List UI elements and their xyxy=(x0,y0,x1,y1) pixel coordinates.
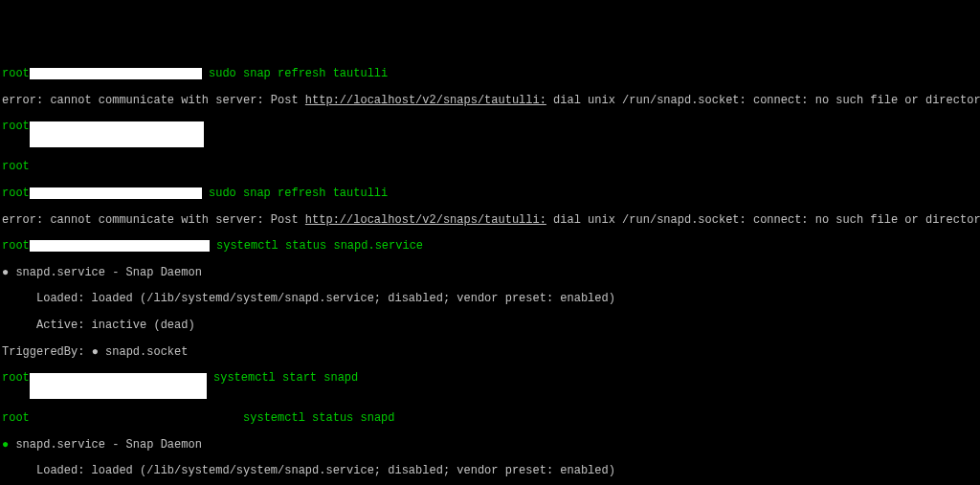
error-text: dial unix /run/snapd.socket: connect: no… xyxy=(546,94,980,107)
command-text: sudo snap refresh tautulli xyxy=(202,187,388,200)
redacted-hostname xyxy=(30,240,210,252)
error-text: error: cannot communicate with server: P… xyxy=(2,213,305,227)
command-text: systemctl start snapd xyxy=(207,371,358,385)
prompt: root xyxy=(2,120,30,133)
prompt: root xyxy=(2,411,30,425)
prompt: root xyxy=(2,371,30,385)
status-dot: ● xyxy=(92,345,99,359)
loaded-line: Loaded: loaded (/lib/systemd/system/snap… xyxy=(2,292,615,305)
service-name: snapd.service - Snap Daemon xyxy=(9,438,202,452)
error-text: error: cannot communicate with server: P… xyxy=(2,94,305,107)
service-name: snapd.service - Snap Daemon xyxy=(9,266,202,279)
error-url: http://localhost/v2/snaps/tautulli: xyxy=(305,213,546,227)
triggeredby-label: TriggeredBy: xyxy=(2,345,92,359)
loaded-line: Loaded: loaded (/lib/systemd/system/snap… xyxy=(2,464,615,477)
command-text: sudo snap refresh tautulli xyxy=(202,67,388,80)
command-text: systemctl status snapd.service xyxy=(210,239,423,253)
prompt: root xyxy=(2,160,30,173)
redacted-hostname xyxy=(30,187,202,199)
prompt: root xyxy=(2,239,30,253)
prompt: root xyxy=(2,187,30,200)
terminal-output: root sudo snap refresh tautulli error: c… xyxy=(2,55,978,485)
error-text: dial unix /run/snapd.socket: connect: no… xyxy=(546,213,980,227)
active-line: Active: inactive (dead) xyxy=(2,319,195,332)
triggeredby-value: snapd.socket xyxy=(99,345,189,359)
redacted-hostname xyxy=(30,121,204,147)
command-text: systemctl status snapd xyxy=(236,411,395,425)
error-url: http://localhost/v2/snaps/tautulli: xyxy=(305,94,546,107)
redacted-hostname xyxy=(30,68,202,79)
redacted-hostname xyxy=(30,373,207,399)
prompt: root xyxy=(2,67,30,80)
